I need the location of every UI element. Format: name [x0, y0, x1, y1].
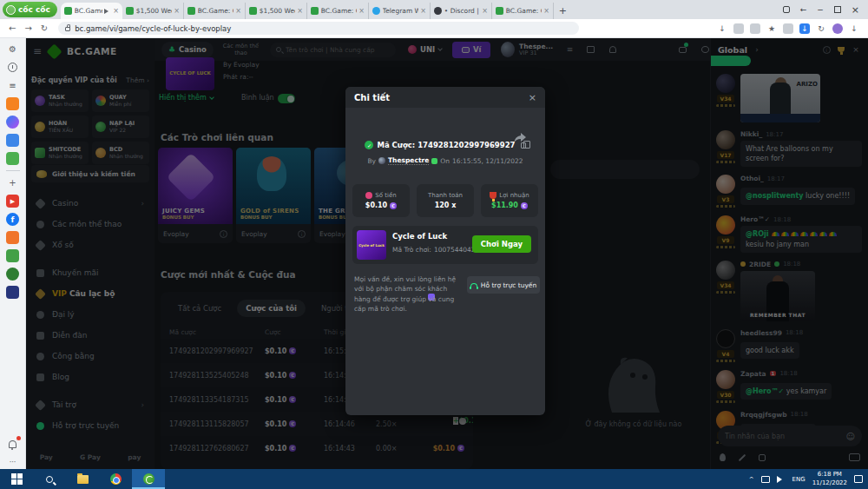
browser-tab[interactable]: • Discord | #gam	[431, 3, 492, 19]
maximize-button[interactable]	[834, 6, 841, 13]
trophy-icon	[490, 192, 496, 199]
reading-list-icon[interactable]: ≡	[6, 79, 19, 92]
copy-icon[interactable]	[521, 142, 526, 149]
bcgame-favicon	[249, 7, 257, 15]
close-tab-icon[interactable]	[482, 7, 488, 15]
profile-avatar[interactable]	[832, 23, 843, 34]
discord-favicon	[434, 7, 442, 15]
player-avatar	[378, 157, 385, 164]
minimize-button[interactable]: −	[817, 5, 824, 14]
custom-app-icon[interactable]	[6, 286, 19, 299]
close-tab-icon[interactable]	[358, 7, 365, 15]
file-explorer-icon[interactable]	[66, 469, 99, 489]
messenger-icon[interactable]	[6, 116, 19, 129]
adblock-icon[interactable]	[783, 23, 793, 34]
more-menu-icon[interactable]: ···	[6, 456, 19, 469]
tab-audio-icon[interactable]	[104, 9, 111, 14]
bookmark-star-icon[interactable]: ★	[766, 23, 777, 34]
player-level-icon	[431, 158, 437, 164]
tab-title: BC.Game: Crypto Ca	[506, 7, 542, 15]
player-name[interactable]: Thespectre	[388, 156, 429, 165]
close-tab-icon[interactable]	[113, 7, 119, 15]
close-tab-icon[interactable]	[235, 7, 241, 15]
bet-id-value: 1749281202997969927	[418, 141, 515, 149]
back-button[interactable]: ←	[9, 23, 16, 33]
browser-tab[interactable]: BC.Game: Crypt	[61, 3, 122, 19]
close-tab-icon[interactable]	[420, 7, 426, 15]
play-now-button[interactable]: Chơi Ngay	[472, 235, 531, 253]
modal-game-card: Cycle of Luck Cycle of Luck Mã Trò chơi:…	[352, 226, 538, 264]
close-window-button[interactable]	[852, 4, 859, 16]
coccoc-taskbar-icon[interactable]	[132, 469, 165, 489]
hot-news-icon[interactable]	[6, 97, 19, 110]
add-shortcut-icon[interactable]: +	[6, 176, 19, 189]
close-tab-icon[interactable]	[297, 7, 303, 15]
support-note: Mọi vấn đề, xin vui lòng liên hệ với bộ …	[354, 274, 465, 314]
notifications-bell-icon[interactable]	[6, 438, 19, 451]
tab-title: BC.Game: Crypto Ca	[321, 7, 357, 15]
browser-tab[interactable]: BC.Game: Crypto Ca	[492, 3, 554, 19]
bet-datetime: 16:15:55, 12/11/2022	[452, 157, 523, 165]
reload-button[interactable]: ↻	[41, 23, 48, 33]
bookmark-app-icon[interactable]	[6, 134, 19, 147]
windows-taskbar: ENG 6:18 PM 11/12/2022	[0, 469, 868, 489]
volume-icon[interactable]	[777, 476, 786, 483]
tab-title: BC.Game: Crypto Ca	[198, 7, 233, 15]
garden-app-icon[interactable]	[6, 268, 19, 281]
extension-icon[interactable]	[733, 23, 744, 34]
settings-gear-icon[interactable]: ⚙	[6, 43, 19, 56]
browser-sidebar: ⚙ ≡ + ▶ f ···	[0, 38, 26, 469]
downloads-icon[interactable]: ↓	[849, 23, 859, 34]
shopping-app-icon[interactable]	[6, 231, 19, 244]
coccoc-logo-icon	[6, 5, 16, 15]
history-back-icon[interactable]: ←	[800, 5, 807, 14]
download-manager-icon[interactable]: ↓	[799, 23, 810, 34]
language-indicator[interactable]: ENG	[792, 476, 806, 483]
forward-button[interactable]: →	[24, 23, 31, 33]
extension-icon[interactable]	[750, 23, 760, 34]
tab-title: $1,500 Weekend Ev	[260, 7, 295, 15]
bet-stats: Số tiền $0.10 Thanh toán 120 x Lợi nhuận…	[352, 184, 538, 217]
save-page-icon[interactable]: ↓	[717, 23, 727, 34]
close-tab-icon[interactable]	[174, 7, 180, 15]
close-modal-icon[interactable]	[529, 92, 536, 103]
bet-id-row: Mã Cược: 1749281202997969927	[345, 141, 545, 149]
browser-tab[interactable]: BC.Game: Crypto Ca	[307, 3, 369, 19]
new-tab-button[interactable]: +	[559, 5, 567, 17]
games-icon[interactable]	[6, 152, 19, 165]
game-thumbnail[interactable]: Cycle of Luck	[357, 230, 386, 260]
moneybag-icon	[365, 192, 372, 199]
tab-title: • Discord | #gam	[444, 7, 480, 15]
browser-tab[interactable]: Telegram Web	[369, 3, 431, 19]
stat-profit: Lợi nhuận $11.90	[481, 184, 538, 217]
youtube-icon[interactable]: ▶	[6, 195, 19, 208]
stat-payout: Thanh toán 120 x	[417, 184, 474, 217]
clock[interactable]: 6:18 PM 11/12/2022	[812, 471, 847, 486]
taskbar-search-icon[interactable]	[33, 469, 66, 489]
live-support-button[interactable]: Hỗ trợ trực tuyến	[467, 276, 540, 294]
close-tab-icon[interactable]	[543, 7, 549, 15]
history-icon[interactable]	[6, 61, 19, 74]
browser-tab[interactable]: BC.Game: Crypto Ca	[184, 3, 246, 19]
bcgame-favicon	[187, 7, 195, 15]
divider	[6, 170, 20, 171]
notes-app-icon[interactable]	[6, 249, 19, 262]
coccoc-brand-button[interactable]: cốc cốc	[3, 2, 57, 17]
tab-search-icon[interactable]	[783, 6, 790, 13]
bcgame-favicon	[496, 7, 503, 15]
chrome-icon[interactable]	[99, 469, 132, 489]
browser-tab[interactable]: $1,500 Weekend Ev	[246, 3, 307, 19]
network-icon[interactable]	[761, 476, 770, 483]
game-name: Cycle of Luck	[392, 232, 447, 241]
address-bar[interactable]: bc.game/vi/game/cycle-of-luck-by-evoplay	[58, 22, 579, 35]
bcgame-page: BC.GAME Đặc quyền VIP của tôi Thêm › TAS…	[26, 38, 868, 469]
url-text: bc.game/vi/game/cycle-of-luck-by-evoplay	[75, 24, 231, 33]
action-center-icon[interactable]	[854, 475, 863, 483]
browser-tab[interactable]: $1,500 Weekend Ev	[122, 3, 184, 19]
hidden-icons-chevron[interactable]	[749, 476, 754, 483]
facebook-icon[interactable]: f	[6, 213, 19, 226]
browser-toolbar: ← → ↻ bc.game/vi/game/cycle-of-luck-by-e…	[0, 19, 868, 38]
sync-icon[interactable]: ↻	[816, 23, 826, 34]
start-button[interactable]	[0, 469, 33, 489]
headset-icon	[470, 283, 477, 287]
